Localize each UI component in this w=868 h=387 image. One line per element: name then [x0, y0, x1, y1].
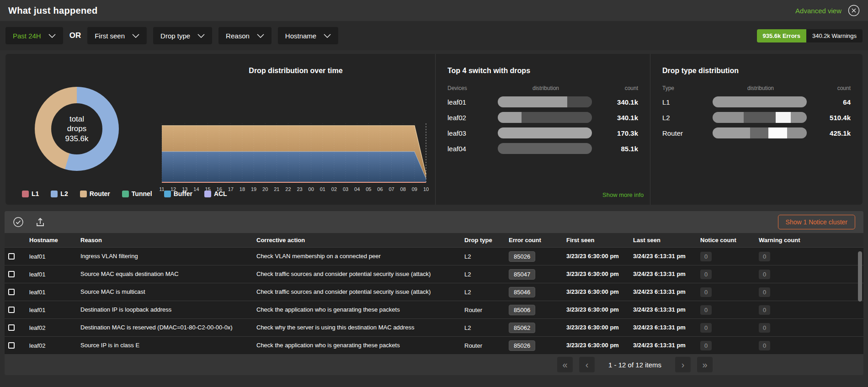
row-checkbox[interactable] — [8, 253, 15, 260]
column-header[interactable]: Reason — [77, 233, 253, 247]
svg-text:20: 20 — [262, 186, 268, 192]
corrective-action-cell: Check traffic sources and consider poten… — [253, 265, 461, 283]
drop-distribution-section: Drop distribution over time 111213141516… — [156, 54, 435, 205]
total-drops-donut-section: totaldrops935.6k — [5, 54, 156, 205]
table-header-row: HostnameReasonCorrective actionDrop type… — [5, 233, 863, 247]
svg-text:08: 08 — [400, 186, 406, 192]
distribution-bar — [713, 112, 807, 123]
drop-type-row: L164 — [662, 94, 851, 110]
errors-badge[interactable]: 935.6k Errors — [757, 29, 806, 42]
legend-item-l1[interactable]: L1 — [22, 190, 39, 197]
svg-text:01: 01 — [320, 186, 325, 192]
svg-text:05: 05 — [366, 186, 371, 192]
top-switch-row: leaf03170.3k — [447, 125, 638, 141]
total-drops-donut-chart: totaldrops935.6k — [35, 87, 119, 171]
top-switches-section: Top 4 switch with drops Devicesdistribut… — [435, 54, 650, 205]
filter-chip-first-seen[interactable]: First seen — [87, 27, 147, 44]
distribution-bar — [498, 143, 592, 154]
legend-item-buffer[interactable]: Buffer — [164, 190, 192, 197]
top-switch-row: leaf02340.1k — [447, 110, 638, 125]
show-more-info-link[interactable]: Show more info — [602, 191, 644, 198]
table-row[interactable]: leaf01Source MAC is multicastCheck traff… — [5, 283, 863, 301]
corrective-action-cell: Check why the server is using this desti… — [253, 319, 461, 336]
filter-bar: Past 24H OR First seenDrop typeReasonHos… — [0, 21, 868, 50]
svg-text:00: 00 — [309, 186, 314, 192]
svg-text:23: 23 — [297, 186, 302, 192]
column-header[interactable]: First seen — [563, 233, 629, 247]
top-switches-title: Top 4 switch with drops — [447, 67, 638, 75]
export-icon[interactable] — [35, 217, 46, 228]
hostname-cell: leaf01 — [26, 283, 77, 301]
select-all-icon[interactable] — [13, 217, 24, 228]
table-row[interactable]: leaf01Destination IP is loopback address… — [5, 301, 863, 318]
drop-type-cell: Router — [461, 301, 505, 318]
row-checkbox[interactable] — [8, 289, 15, 295]
filter-chip-hostname[interactable]: Hostname — [278, 27, 338, 44]
filter-chip-drop-type[interactable]: Drop type — [153, 27, 212, 44]
column-header[interactable]: Warning count — [755, 233, 863, 247]
notice-count-badge: 0 — [700, 341, 712, 350]
column-header[interactable]: Corrective action — [253, 233, 461, 247]
close-icon[interactable] — [848, 5, 860, 16]
chevron-down-icon — [48, 34, 56, 38]
svg-text:10: 10 — [423, 186, 429, 192]
count-value: 340.1k — [594, 98, 638, 106]
or-label: OR — [69, 31, 81, 40]
count-value: 85.1k — [594, 145, 638, 153]
legend-item-acl[interactable]: ACL — [204, 190, 227, 197]
count-value: 170.3k — [594, 129, 638, 137]
svg-text:18: 18 — [240, 186, 245, 192]
drop-type-cell: L2 — [461, 265, 505, 283]
table-row[interactable]: leaf02Destination MAC is reserved (DMAC=… — [5, 318, 863, 336]
column-header[interactable]: Drop type — [461, 233, 505, 247]
prev-page-button[interactable]: ‹ — [579, 357, 595, 372]
summary-charts-card: totaldrops935.6k Drop distribution over … — [5, 54, 863, 205]
first-seen-cell: 3/23/23 6:30:00 pm — [563, 248, 629, 265]
first-page-button[interactable]: « — [557, 357, 573, 372]
next-page-button[interactable]: › — [675, 357, 691, 372]
error-count-badge: 85026 — [509, 251, 535, 262]
chevron-down-icon — [324, 34, 331, 38]
svg-text:17: 17 — [228, 186, 234, 192]
table-row[interactable]: leaf01Source MAC equals destination MACC… — [5, 265, 863, 283]
top-switch-row: leaf01340.1k — [447, 94, 638, 110]
row-checkbox[interactable] — [8, 271, 15, 277]
count-value: 340.1k — [594, 114, 638, 122]
drop-type-cell: L2 — [461, 283, 505, 301]
legend-item-tunnel[interactable]: Tunnel — [122, 190, 152, 197]
hostname-cell: leaf02 — [26, 319, 77, 336]
table-row[interactable]: leaf01Ingress VLAN filteringCheck VLAN m… — [5, 247, 863, 265]
chevron-down-icon — [197, 34, 205, 38]
drop-type-cell: L2 — [461, 248, 505, 265]
advanced-view-link[interactable]: Advanced view — [795, 7, 841, 15]
row-checkbox[interactable] — [8, 342, 15, 349]
page-title: What just happened — [8, 5, 97, 16]
column-header[interactable]: Error count — [505, 233, 563, 247]
column-header[interactable]: Hostname — [26, 233, 77, 247]
events-table: HostnameReasonCorrective actionDrop type… — [5, 233, 863, 354]
column-header[interactable]: Notice count — [697, 233, 755, 247]
chevron-down-icon — [132, 34, 139, 38]
time-range-dropdown[interactable]: Past 24H — [5, 27, 63, 44]
hostname-cell: leaf01 — [26, 301, 77, 318]
drop-type-distribution-section: Drop type distribution Typedistributionc… — [650, 54, 863, 205]
warning-count-badge: 0 — [759, 270, 770, 279]
legend-item-router[interactable]: Router — [80, 190, 110, 197]
reason-cell: Source IP is in class E — [77, 337, 253, 354]
last-page-button[interactable]: » — [697, 357, 713, 372]
warnings-badge[interactable]: 340.2k Warnings — [806, 29, 863, 42]
error-count-badge: 85026 — [509, 340, 535, 351]
filter-chip-reason[interactable]: Reason — [218, 27, 272, 44]
column-header[interactable]: Last seen — [629, 233, 697, 247]
row-checkbox[interactable] — [8, 307, 15, 313]
vertical-scrollbar[interactable] — [858, 251, 862, 302]
first-seen-cell: 3/23/23 6:30:00 pm — [563, 301, 629, 318]
distribution-bar — [498, 127, 592, 138]
reason-cell: Destination IP is loopback address — [77, 301, 253, 318]
legend-item-l2[interactable]: L2 — [51, 190, 68, 197]
error-count-badge: 85047 — [509, 269, 535, 280]
svg-text:09: 09 — [412, 186, 417, 192]
row-checkbox[interactable] — [8, 324, 15, 331]
table-row[interactable]: leaf02Source IP is in class ECheck the a… — [5, 336, 863, 354]
show-notice-cluster-button[interactable]: Show 1 Notice cluster — [778, 215, 855, 229]
